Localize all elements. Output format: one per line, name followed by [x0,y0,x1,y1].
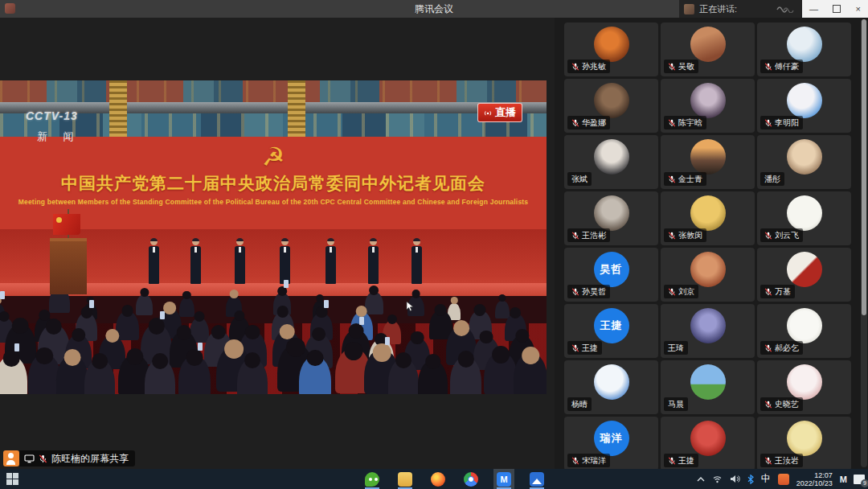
red-banner: ☭ 中国共产党第二十届中央政治局常委同中外记者见面会 Meeting betwe… [0,137,547,229]
participant-name: 王捷 [678,455,694,466]
participant-tile[interactable]: 张敦闵 [661,191,755,245]
participant-tile[interactable]: 潘彤 [757,135,851,189]
participant-tile[interactable]: 瑞洋宋瑞洋 [564,417,658,471]
taskbar-tencent-meeting[interactable]: M [493,469,514,489]
participant-name-chip: 郝必乞 [760,341,803,355]
presenter-avatar-icon [3,450,19,466]
scrollbar-thumb[interactable] [862,19,866,315]
participant-tile[interactable]: 张斌 [564,135,658,189]
participant-tile[interactable]: 王浩彬 [564,191,658,245]
speaking-label: 正在讲话: [699,3,737,15]
participant-tile[interactable]: 杨晴 [564,360,658,414]
participant-name-chip: 张斌 [567,172,592,186]
participant-tile[interactable]: 史晓艺 [757,360,851,414]
scrollbar[interactable] [861,19,867,467]
participant-name: 吴敬 [678,61,694,72]
volume-icon[interactable] [730,475,740,483]
participant-tile[interactable]: 华盈娜 [564,79,658,133]
taskbar-wechat[interactable] [362,469,383,489]
taskbar-firefox[interactable] [428,469,448,489]
participant-name: 王汝岩 [775,455,799,466]
participant-tile[interactable]: 吴敬 [661,23,755,76]
participant-name: 傅仟豪 [775,61,799,72]
firefox-icon [431,472,445,487]
taskbar-chrome[interactable] [461,469,481,489]
participant-avatar: 瑞洋 [594,421,629,456]
participant-tile[interactable]: 王捷王捷 [564,304,658,358]
taskbar-file-explorer[interactable] [395,469,416,489]
participant-tile[interactable]: 郝必乞 [757,304,851,358]
participant-tile[interactable]: 王琦 [661,304,755,358]
participant-name: 潘彤 [764,174,780,185]
participant-tile[interactable]: 傅仟豪 [757,23,851,76]
participant-tile[interactable]: 万基 [757,248,851,302]
audience-figure [418,360,448,394]
participant-tile[interactable]: 刘京 [661,248,755,302]
podium [50,238,87,294]
system-tray: 中 12:07 2022/10/23 M 9 [697,469,865,489]
participant-avatar [690,308,726,343]
audience-figure [179,298,195,318]
wechat-icon [365,472,379,487]
participant-name-chip: 孙昊哲 [567,285,610,298]
participant-name: 刘京 [678,286,694,298]
participant-name-chip: 陈宇晗 [664,116,706,129]
taskbar-clock[interactable]: 12:07 2022/10/23 [796,471,833,487]
m-app-icon[interactable]: M [840,475,846,484]
window-controls: — × [802,0,868,18]
muted-mic-icon [668,457,676,465]
bluetooth-icon[interactable] [747,475,754,484]
action-center-icon[interactable]: 9 [854,475,865,484]
stage-figure [280,238,290,285]
participant-name: 孙兆敏 [582,61,606,72]
beam-rail [0,102,547,113]
participant-name-chip: 金士青 [664,172,706,186]
party-flag [53,214,80,235]
participant-avatar [594,195,629,231]
participant-tile[interactable]: 金士青 [661,135,755,189]
gold-pillar [288,80,305,137]
participant-tile[interactable]: 孙兆敏 [564,23,658,76]
wps-icon[interactable] [778,474,789,485]
participant-tile[interactable]: 昊哲孙昊哲 [564,248,658,302]
taskbar-photos[interactable] [526,469,547,489]
live-badge-label: 直播 [495,105,516,120]
participant-name-chip: 孙兆敏 [567,60,610,73]
clock-time: 12:07 [796,471,833,479]
notification-badge: 9 [861,479,868,487]
participant-name-chip: 华盈娜 [567,116,610,129]
network-icon[interactable] [712,475,723,483]
screen-share-panel[interactable]: CCTV-13 新 闻 直播 ☭ 中国共产党第二十届中央政治局常委同中外记者见面… [0,18,555,469]
participant-name: 马晨 [668,399,684,410]
presenter-share-chip: 陈旺楠的屏幕共享 [3,450,135,466]
muted-mic-icon [571,288,579,296]
muted-mic-icon [764,401,772,409]
presenter-share-label: 陈旺楠的屏幕共享 [51,452,129,466]
maximize-button[interactable] [833,5,841,13]
muted-mic-icon [668,175,676,183]
clock-date: 2022/10/23 [796,479,833,487]
minimize-button[interactable]: — [809,0,818,18]
participant-tile[interactable]: 王捷 [661,417,755,471]
participant-avatar [594,83,629,118]
participant-avatar [690,421,726,456]
participant-tile[interactable]: 陈宇晗 [661,79,755,133]
photos-icon [530,472,544,487]
participant-name: 孙昊哲 [582,286,606,298]
close-button[interactable]: × [855,0,860,18]
participant-tile[interactable]: 李明阳 [757,79,851,133]
speaker-avatar [684,4,694,14]
participant-tile[interactable]: 刘云飞 [757,191,851,245]
muted-mic-icon [39,454,47,463]
ime-indicator[interactable]: 中 [761,472,771,486]
participant-name-chip: 吴敬 [664,60,698,73]
taskbar: M 中 12:07 2022/10/23 M 9 [0,469,868,489]
start-button[interactable] [6,473,18,485]
participant-name: 陈宇晗 [678,117,702,129]
participant-avatar [594,139,629,175]
participant-grid: 孙兆敏吴敬傅仟豪华盈娜陈宇晗李明阳张斌金士青潘彤王浩彬张敦闵刘云飞昊哲孙昊哲刘京… [564,23,851,471]
participant-avatar [594,364,629,400]
hidden-icons-chevron[interactable] [697,477,705,482]
participant-tile[interactable]: 王汝岩 [757,417,851,471]
participant-tile[interactable]: 马晨 [661,360,755,414]
